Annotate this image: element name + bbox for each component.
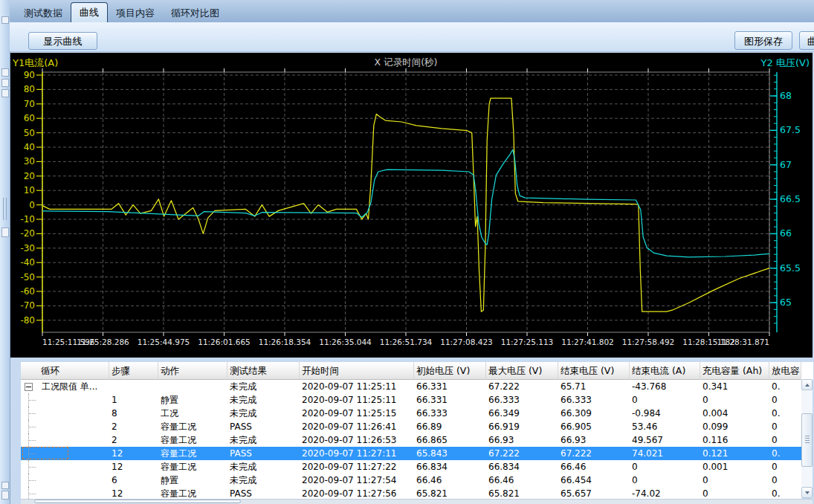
column-header-11[interactable]: 放电容	[769, 362, 801, 380]
column-header-10[interactable]: 充电容量 (Ah)	[700, 362, 769, 380]
table-row[interactable]: 12容量工况PASS2020-09-07 11:27:1165.84367.22…	[21, 447, 801, 460]
column-header-2[interactable]: 步骤	[109, 362, 158, 380]
cell: 66.93	[558, 433, 630, 447]
panel-mini-icon	[1, 227, 9, 237]
cell: 66.834	[486, 460, 558, 474]
cell: 0.001	[700, 460, 769, 474]
column-header-8[interactable]: 结束电压 (V)	[558, 362, 630, 380]
y2-axis-title: Y2 电压(V)	[760, 57, 810, 68]
tab-1[interactable]: 测试数据	[16, 4, 71, 22]
table-row[interactable]: 2容量工况未完成2020-09-07 11:26:5366.86566.9366…	[21, 433, 801, 447]
cell: -0.984	[630, 407, 700, 420]
cell: 2020-09-07 11:25:11	[300, 380, 414, 393]
cell: 2020-09-07 11:27:54	[300, 474, 414, 487]
cell	[21, 407, 109, 420]
cell: 66.89	[414, 420, 486, 433]
cell: 工况限值 单...	[21, 380, 109, 393]
y1-axis-title: Y1电流(A)	[12, 57, 58, 68]
y1-tick-label: -70	[20, 300, 35, 311]
cell: 66.46	[558, 460, 630, 474]
tree-branch-line	[28, 433, 39, 447]
tree-branch-line	[28, 407, 39, 420]
table-row[interactable]: 2容量工况PASS2020-09-07 11:26:4166.8966.9196…	[21, 420, 801, 433]
cell: 67.222	[486, 380, 558, 393]
cell: 2020-09-07 11:25:11	[300, 393, 414, 407]
cycle-label: 工况限值 单...	[42, 380, 97, 393]
cell: 66.865	[414, 433, 486, 447]
cell: 0.116	[700, 433, 769, 447]
column-header-3[interactable]: 动作	[158, 362, 227, 380]
cell	[21, 433, 109, 447]
cell: 0	[630, 393, 700, 407]
column-header-6[interactable]: 初始电压 (V)	[414, 362, 486, 380]
x-axis-title: X 记录时间(秒)	[375, 56, 438, 68]
column-header-7[interactable]: 最大电压 (V)	[486, 362, 558, 380]
x-tick-label: 11:25:44.975	[138, 337, 190, 346]
table-row[interactable]: 12容量工况未完成2020-09-07 11:27:2266.83466.834…	[21, 460, 801, 474]
tab-4[interactable]: 循环对比图	[163, 4, 227, 22]
x-tick-label: 11:27:08.423	[440, 337, 493, 346]
splitter-handle[interactable]	[6, 198, 7, 220]
horizontal-scrollbar[interactable]	[21, 499, 813, 504]
cell	[21, 393, 109, 407]
vertical-scrollbar-thumb[interactable]	[801, 413, 813, 467]
x-tick-label: 11:27:25.113	[501, 337, 554, 346]
table-row[interactable]: 8工况未完成2020-09-07 11:25:1566.33366.34966.…	[21, 407, 801, 420]
save-graphic-button[interactable]: 图形保存	[734, 31, 792, 50]
cell: 静置	[158, 474, 227, 487]
y1-tick-label: 90	[24, 70, 35, 80]
tab-2[interactable]: 曲线	[71, 2, 108, 22]
cell: 66.331	[414, 393, 486, 407]
cell: 66.333	[486, 393, 558, 407]
tree-branch-line	[28, 447, 39, 460]
cell: 容量工况	[158, 447, 227, 460]
panel-list-icon	[1, 89, 9, 97]
cell: 0	[630, 460, 700, 474]
cell: 66.834	[414, 460, 486, 474]
y2-tick-label: 68	[780, 90, 792, 101]
clipped-curve-button[interactable]: 曲	[799, 31, 814, 50]
y1-tick-label: -50	[20, 272, 35, 282]
table-row[interactable]: 6静置未完成2020-09-07 11:27:5466.4666.4666.45…	[21, 474, 801, 487]
cell: 12	[109, 447, 158, 460]
table-row[interactable]: 工况限值 单...未完成2020-09-07 11:25:1166.33167.…	[21, 380, 801, 393]
scrollbar-gap	[801, 362, 813, 380]
scroll-up-icon[interactable]	[801, 379, 813, 390]
y1-tick-label: -20	[20, 228, 35, 239]
cell: 67.222	[486, 447, 558, 460]
tab-3[interactable]: 项目内容	[108, 4, 163, 22]
cell: 8	[109, 407, 158, 420]
show-curve-button[interactable]: 显示曲线	[28, 32, 97, 50]
cell: 未完成	[227, 407, 300, 420]
cell: 74.021	[630, 447, 700, 460]
cell: 66.46	[486, 474, 558, 487]
table-row[interactable]: 1静置未完成2020-09-07 11:25:1166.33166.33366.…	[21, 393, 801, 407]
y1-tick-label: -30	[20, 243, 35, 253]
column-header-4[interactable]: 测试结果	[227, 362, 300, 380]
cell	[21, 420, 109, 433]
horizontal-scrollbar-thumb[interactable]	[34, 500, 241, 503]
collapse-toggle-icon[interactable]	[25, 383, 33, 391]
cell: 工况	[158, 407, 227, 420]
cell: 67.222	[558, 447, 630, 460]
cell: 2020-09-07 11:27:22	[300, 460, 414, 474]
cell: 66.331	[414, 380, 486, 393]
column-header-1[interactable]: 循环	[21, 362, 109, 380]
scroll-down-icon[interactable]	[801, 487, 813, 498]
cell: 静置	[158, 393, 227, 407]
cell: 容量工况	[158, 420, 227, 433]
curve-chart[interactable]: 11:25:11.59611:25:28.28611:25:44.97511:2…	[10, 53, 813, 358]
x-tick-label: 11:28:31.871	[717, 337, 769, 346]
y1-tick-label: 30	[24, 156, 35, 167]
collapsed-panel-strip[interactable]	[0, 0, 10, 504]
y1-tick-label: -80	[20, 315, 35, 326]
tree-branch-line	[28, 393, 39, 407]
y1-tick-label: 20	[24, 171, 35, 181]
toolbar: 显示曲线 图形保存 曲	[10, 22, 814, 52]
splitter-handle[interactable]	[3, 198, 4, 220]
column-header-9[interactable]: 结束电流 (A)	[630, 362, 700, 380]
vertical-scrollbar[interactable]	[801, 379, 813, 498]
column-header-5[interactable]: 开始时间	[300, 362, 414, 380]
cell: 0	[769, 433, 801, 447]
cell: 2	[109, 420, 158, 433]
